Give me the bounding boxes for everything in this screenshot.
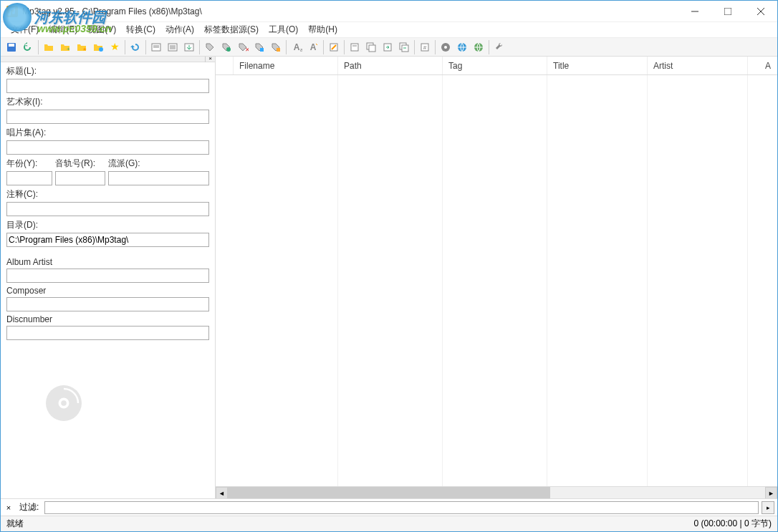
- undo-icon[interactable]: [20, 39, 36, 55]
- composer-label: Composer: [6, 286, 209, 296]
- playlist-icon[interactable]: [148, 39, 164, 55]
- year-input[interactable]: [6, 171, 52, 185]
- tag-paste-icon[interactable]: [218, 39, 234, 55]
- row-year-track-genre: 年份(Y): 音轨号(R): 流派(G):: [6, 158, 209, 188]
- title-input[interactable]: [6, 79, 209, 93]
- menu-actions[interactable]: 动作(A): [161, 22, 198, 37]
- field-composer: Composer: [6, 286, 209, 311]
- scroll-right-icon[interactable]: ►: [765, 487, 777, 498]
- field-directory: 目录(D): C:\Program Files (x86)\Mp3tag\: [6, 219, 209, 247]
- file-list[interactable]: [216, 75, 777, 486]
- field-title: 标题(L):: [6, 65, 209, 93]
- scroll-left-icon[interactable]: ◄: [216, 487, 228, 498]
- maximize-button[interactable]: [711, 1, 744, 22]
- tag-panel: × 标题(L): 艺术家(I): 唱片集(A): 年份(Y):: [1, 57, 216, 498]
- tag-cut-icon[interactable]: ✕: [235, 39, 251, 55]
- albumartist-input[interactable]: [6, 269, 209, 283]
- col-icon[interactable]: [216, 57, 233, 74]
- rename-all-icon[interactable]: [363, 39, 379, 55]
- app-icon: [6, 6, 18, 17]
- rename-file-icon[interactable]: [347, 39, 362, 55]
- discogs-icon[interactable]: [438, 39, 453, 55]
- close-button[interactable]: [744, 1, 777, 22]
- col-tag[interactable]: Tag: [442, 57, 547, 74]
- col-filename[interactable]: Filename: [233, 57, 337, 74]
- col-extra[interactable]: A: [747, 57, 777, 74]
- status-left: 就绪: [6, 518, 693, 530]
- svg-rect-27: [351, 44, 358, 51]
- discnumber-label: Discnumber: [6, 314, 209, 324]
- album-art-placeholder[interactable]: [6, 346, 121, 460]
- scroll-track[interactable]: [228, 487, 765, 498]
- folder-favorite-icon[interactable]: [90, 39, 106, 55]
- svg-point-42: [61, 400, 67, 406]
- star-icon[interactable]: ★: [107, 39, 123, 55]
- track-input[interactable]: [55, 171, 105, 185]
- toolbar-separator: [323, 40, 324, 54]
- svg-point-9: [99, 47, 103, 52]
- save-icon[interactable]: [4, 39, 19, 55]
- toolbar-separator: [414, 40, 415, 54]
- menu-convert[interactable]: 转换(C): [122, 22, 160, 37]
- autonumber-icon[interactable]: #: [417, 39, 433, 55]
- menu-help[interactable]: 帮助(H): [304, 22, 342, 37]
- tag-paste2-icon[interactable]: [268, 39, 284, 55]
- title-label: 标题(L):: [6, 65, 209, 77]
- directory-label: 目录(D):: [6, 219, 209, 231]
- toolbar-separator: [38, 40, 39, 54]
- menu-file[interactable]: 文件(F): [6, 22, 43, 37]
- discnumber-input[interactable]: [6, 326, 209, 340]
- title-bar[interactable]: Mp3tag v2.85 - C:\Program Files (x86)\Mp…: [1, 1, 777, 22]
- svg-text:+: +: [67, 46, 70, 52]
- genre-input[interactable]: [108, 171, 209, 185]
- field-albumartist: Album Artist: [6, 257, 209, 283]
- menu-tagsources[interactable]: 标签数据源(S): [200, 22, 263, 37]
- tools-icon[interactable]: [491, 39, 507, 55]
- menu-tools[interactable]: 工具(O): [264, 22, 302, 37]
- playlist-export-icon[interactable]: [181, 39, 197, 55]
- minimize-button[interactable]: [678, 1, 711, 22]
- menu-view[interactable]: 视图(V): [83, 22, 120, 37]
- svg-text:#: #: [423, 44, 427, 51]
- action-icon[interactable]: A: [305, 39, 321, 55]
- filter-close-icon[interactable]: ×: [4, 503, 14, 512]
- field-comment: 注释(C):: [6, 188, 209, 216]
- col-path[interactable]: Path: [337, 57, 442, 74]
- menu-bar: 文件(F) 编辑(E) 视图(V) 转换(C) 动作(A) 标签数据源(S) 工…: [1, 22, 777, 38]
- folder-star-icon[interactable]: ★: [74, 39, 90, 55]
- menu-edit[interactable]: 编辑(E): [44, 22, 82, 37]
- album-input[interactable]: [6, 140, 209, 155]
- panel-close-icon[interactable]: ×: [205, 57, 215, 62]
- toolbar-separator: [125, 40, 125, 54]
- action-quick-icon[interactable]: Aa: [289, 39, 304, 55]
- filter-go-button[interactable]: ▸: [762, 501, 774, 514]
- col-title[interactable]: Title: [547, 57, 647, 74]
- year-label: 年份(Y):: [6, 158, 52, 170]
- tag-copy-icon[interactable]: [202, 39, 218, 55]
- convert-all-icon[interactable]: [396, 39, 412, 55]
- svg-text:★: ★: [82, 47, 87, 52]
- convert-icon[interactable]: [380, 39, 395, 55]
- refresh-icon[interactable]: [128, 39, 143, 55]
- edit-icon[interactable]: [326, 39, 342, 55]
- tag-copy2-icon[interactable]: [251, 39, 267, 55]
- folder-open-icon[interactable]: [41, 39, 57, 55]
- playlist-all-icon[interactable]: [165, 39, 181, 55]
- horizontal-scrollbar[interactable]: ◄ ►: [216, 486, 777, 498]
- globe2-icon[interactable]: [471, 39, 486, 55]
- toolbar: +★★✕AaA#: [1, 38, 777, 57]
- globe-icon[interactable]: [454, 39, 470, 55]
- filter-input[interactable]: [44, 501, 759, 514]
- directory-input[interactable]: C:\Program Files (x86)\Mp3tag\: [6, 233, 209, 247]
- composer-input[interactable]: [6, 297, 209, 311]
- toolbar-separator: [435, 40, 436, 54]
- comment-input[interactable]: [6, 202, 209, 216]
- col-artist[interactable]: Artist: [647, 57, 747, 74]
- status-right: 0 (00:00:00 | 0 字节): [693, 518, 772, 530]
- folder-add-icon[interactable]: +: [57, 39, 73, 55]
- disc-icon: [42, 382, 85, 425]
- scroll-thumb[interactable]: [228, 487, 550, 498]
- artist-input[interactable]: [6, 110, 209, 124]
- artist-label: 艺术家(I):: [6, 96, 209, 108]
- svg-text:A: A: [294, 42, 300, 52]
